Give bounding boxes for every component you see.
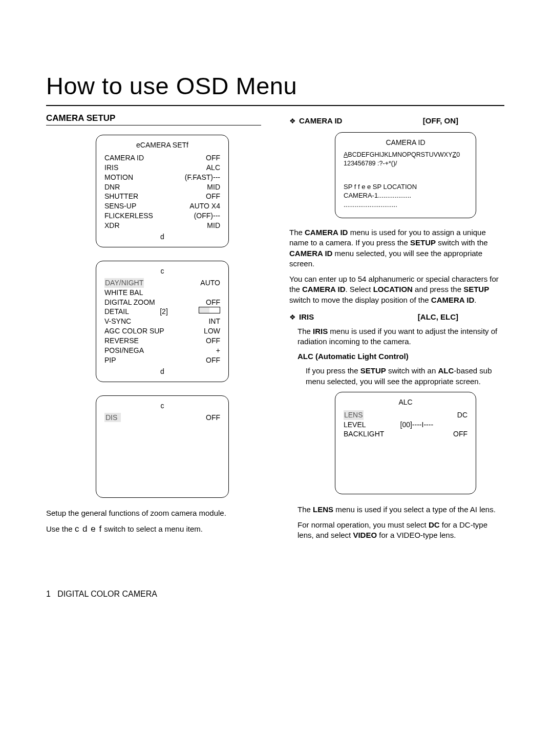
para-alc: If you press the SETUP switch with an AL… [306,366,504,387]
bullet-icon: ❖ [289,117,296,125]
para-camera-id-2: You can enter up to 54 alphanumeric or s… [289,274,504,305]
camera-id-entry-panel: CAMERA ID ABCDEFGHIJKLMNOPQRSTUVWXYZ0 12… [335,132,476,218]
section-underline [46,125,261,125]
charset-line1: ABCDEFGHIJKLMNOPQRSTUVWXYZ0 [344,151,467,159]
left-column: CAMERA SETUP eCAMERA SETf CAMERA IDOFF I… [46,113,261,546]
detail-level-bar [199,307,220,313]
panel-title: eCAMERA SETf [104,140,220,150]
para-lens: The LENS menu is used if you select a ty… [297,505,504,515]
two-column-layout: CAMERA SETUP eCAMERA SETf CAMERA IDOFF I… [46,113,504,546]
page-footer: 1 DIGITAL COLOR CAMERA [46,590,504,599]
bullet-iris: ❖ IRIS [ALC, ELC] [289,312,504,321]
section-camera-setup-title: CAMERA SETUP [46,113,261,123]
alc-panel: ALC LENSDC LEVEL[00]----I---- BACKLIGHTO… [335,392,476,494]
alc-heading: ALC (Automatic Light Control) [297,352,504,361]
osd-panel-camera-set: eCAMERA SETf CAMERA IDOFF IRISALC MOTION… [96,135,229,247]
para-iris: The IRIS menu is used if you want to adj… [297,326,504,347]
bullet-camera-id: ❖ CAMERA ID [OFF, ON] [289,116,504,125]
title-underline [46,105,504,106]
para-lens-types: For normal operation, you must select DC… [297,520,504,541]
page-title: How to use OSD Menu [46,72,504,100]
para-camera-id-1: The CAMERA ID menu is used for you to as… [289,227,504,269]
bullet-icon: ❖ [289,313,296,321]
caption-general: Setup the general functions of zoom came… [46,508,261,518]
right-column: ❖ CAMERA ID [OFF, ON] CAMERA ID ABCDEFGH… [289,113,504,546]
osd-panel-page3: c DISOFF [96,395,229,498]
caption-switch: Use the c d e f switch to select a menu … [46,523,261,535]
osd-panel-page2: c DAY/NIGHTAUTO WHITE BAL DIGITAL ZOOMOF… [96,261,229,382]
